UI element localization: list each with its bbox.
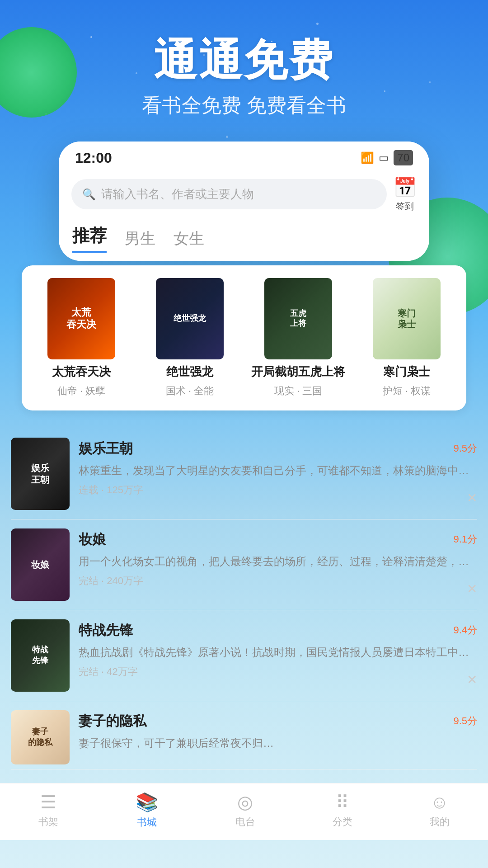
book-tags-4: 护短 · 权谋 <box>383 384 431 398</box>
checkin-icon: 📅 <box>393 176 417 198</box>
list-title-3: 特战先锋 <box>79 621 133 640</box>
radio-label: 电台 <box>235 815 255 829</box>
category-icon: ⠿ <box>336 792 349 812</box>
signal-icon: ▭ <box>379 151 389 164</box>
book-tags-2: 国术 · 全能 <box>166 384 214 398</box>
list-header-4: 妻子的隐私 9.5分 <box>79 712 477 731</box>
shelf-label: 书架 <box>38 815 58 829</box>
book-cover-img-3: 五虎上将 <box>264 278 332 359</box>
list-item-1[interactable]: 娱乐王朝 娱乐王朝 9.5分 林策重生，发现当了大明星的女友要和自己分手，可谁都… <box>11 429 477 519</box>
list-score-2: 9.1分 <box>453 530 477 546</box>
bookstore-label: 书城 <box>137 816 157 829</box>
search-icon: 🔍 <box>82 188 96 201</box>
list-desc-3: 热血抗战剧《特战先锋》原著小说！抗战时期，国民党情报人员屡遭日本特工中… <box>79 644 477 660</box>
list-cover-4: 妻子的隐私 <box>11 710 70 764</box>
nav-tabs: 推荐 男生 女生 <box>59 220 429 261</box>
status-icons: 📶 ▭ 70 <box>361 150 413 165</box>
list-score-3: 9.4分 <box>453 621 477 637</box>
wifi-icon: 📶 <box>361 151 374 164</box>
nav-shelf[interactable]: ☰ 书架 <box>38 792 58 829</box>
battery-icon: 70 <box>394 150 413 165</box>
book-cover-img-2: 绝世强龙 <box>156 278 224 359</box>
featured-book-1[interactable]: 太荒吞天决 太荒吞天决 仙帝 · 妖孽 <box>31 278 132 398</box>
search-placeholder-text: 请输入书名、作者或主要人物 <box>101 186 254 202</box>
hero-subtitle: 看书全免费 免费看全书 <box>18 92 470 119</box>
bookstore-icon: 📚 <box>136 792 158 813</box>
list-meta-3: 完结 · 42万字 <box>79 665 477 679</box>
list-title-4: 妻子的隐私 <box>79 712 146 731</box>
book-title-3: 开局截胡五虎上将 <box>251 364 345 380</box>
tab-female[interactable]: 女生 <box>174 228 204 253</box>
list-header-3: 特战先锋 9.4分 <box>79 621 477 640</box>
bottom-nav: ☰ 书架 📚 书城 ◎ 电台 ⠿ 分类 ☺ 我的 <box>0 783 488 840</box>
hero-section: 通通免费 看书全免费 免费看全书 12:00 📶 ▭ 70 🔍 请输入书名、作者… <box>0 0 488 279</box>
book-cover-3: 五虎上将 <box>264 278 332 359</box>
list-info-4: 妻子的隐私 9.5分 妻子很保守，可干了兼职后经常夜不归… <box>79 710 477 751</box>
shelf-icon: ☰ <box>40 792 56 812</box>
status-bar: 12:00 📶 ▭ 70 <box>59 142 429 171</box>
list-info-1: 娱乐王朝 9.5分 林策重生，发现当了大明星的女友要和自己分手，可谁都不知道，林… <box>79 438 477 497</box>
book-title-2: 绝世强龙 <box>166 364 213 380</box>
search-area: 🔍 请输入书名、作者或主要人物 📅 签到 <box>59 171 429 220</box>
list-meta-1: 连载 · 125万字 <box>79 483 477 497</box>
book-cover-img-1: 太荒吞天决 <box>47 278 115 359</box>
book-list: 娱乐王朝 娱乐王朝 9.5分 林策重生，发现当了大明星的女友要和自己分手，可谁都… <box>0 420 488 778</box>
featured-book-2[interactable]: 绝世强龙 绝世强龙 国术 · 全能 <box>139 278 240 398</box>
close-btn-2[interactable]: ✕ <box>467 581 477 596</box>
nav-category[interactable]: ⠿ 分类 <box>333 792 352 829</box>
list-item-3[interactable]: 特战先锋 特战先锋 9.4分 热血抗战剧《特战先锋》原著小说！抗战时期，国民党情… <box>11 610 477 701</box>
close-btn-3[interactable]: ✕ <box>467 672 477 687</box>
checkin-button[interactable]: 📅 签到 <box>393 176 417 212</box>
checkin-label: 签到 <box>396 200 414 212</box>
book-title-4: 寒门枭士 <box>383 364 430 380</box>
featured-book-3[interactable]: 五虎上将 开局截胡五虎上将 现实 · 三国 <box>248 278 349 398</box>
list-desc-2: 用一个火化场女工的视角，把人最终要去的场所，经历、过程，诠释清清楚楚，… <box>79 553 477 570</box>
tab-male[interactable]: 男生 <box>125 228 155 253</box>
radio-icon: ◎ <box>237 792 253 812</box>
list-item-2[interactable]: 妆娘 妆娘 9.1分 用一个火化场女工的视角，把人最终要去的场所，经历、过程，诠… <box>11 519 477 610</box>
search-box[interactable]: 🔍 请输入书名、作者或主要人物 <box>71 179 387 209</box>
phone-mockup: 12:00 📶 ▭ 70 🔍 请输入书名、作者或主要人物 📅 签到 <box>59 142 429 261</box>
list-title-2: 妆娘 <box>79 530 106 549</box>
tab-recommend[interactable]: 推荐 <box>72 224 107 253</box>
list-meta-2: 完结 · 240万字 <box>79 574 477 588</box>
list-header-2: 妆娘 9.1分 <box>79 530 477 549</box>
book-cover-img-4: 寒门枭士 <box>373 278 441 359</box>
list-desc-1: 林策重生，发现当了大明星的女友要和自己分手，可谁都不知道，林策的脑海中… <box>79 462 477 479</box>
list-score-4: 9.5分 <box>453 712 477 728</box>
list-desc-4: 妻子很保守，可干了兼职后经常夜不归… <box>79 735 477 751</box>
list-info-3: 特战先锋 9.4分 热血抗战剧《特战先锋》原著小说！抗战时期，国民党情报人员屡遭… <box>79 619 477 679</box>
book-cover-1: 太荒吞天决 <box>47 278 115 359</box>
featured-books-panel: 太荒吞天决 太荒吞天决 仙帝 · 妖孽 绝世强龙 绝世强龙 国术 · 全能 <box>22 265 466 410</box>
close-btn-1[interactable]: ✕ <box>467 491 477 505</box>
profile-icon: ☺ <box>430 792 449 812</box>
nav-radio[interactable]: ◎ 电台 <box>235 792 255 829</box>
featured-book-4[interactable]: 寒门枭士 寒门枭士 护短 · 权谋 <box>356 278 457 398</box>
nav-profile[interactable]: ☺ 我的 <box>430 792 450 829</box>
book-tags-3: 现实 · 三国 <box>274 384 322 398</box>
status-time: 12:00 <box>75 150 112 166</box>
list-info-2: 妆娘 9.1分 用一个火化场女工的视角，把人最终要去的场所，经历、过程，诠释清清… <box>79 528 477 588</box>
list-cover-1: 娱乐王朝 <box>11 438 70 510</box>
list-cover-3: 特战先锋 <box>11 619 70 692</box>
list-header-1: 娱乐王朝 9.5分 <box>79 439 477 458</box>
category-label: 分类 <box>333 815 352 829</box>
list-cover-2: 妆娘 <box>11 528 70 601</box>
list-score-1: 9.5分 <box>453 439 477 455</box>
featured-books-grid: 太荒吞天决 太荒吞天决 仙帝 · 妖孽 绝世强龙 绝世强龙 国术 · 全能 <box>31 278 457 398</box>
nav-bookstore[interactable]: 📚 书城 <box>136 792 158 829</box>
list-item-4[interactable]: 妻子的隐私 妻子的隐私 9.5分 妻子很保守，可干了兼职后经常夜不归… <box>11 701 477 769</box>
book-tags-1: 仙帝 · 妖孽 <box>57 384 105 398</box>
book-cover-2: 绝世强龙 <box>156 278 224 359</box>
profile-label: 我的 <box>430 815 450 829</box>
book-title-1: 太荒吞天决 <box>52 364 111 380</box>
list-title-1: 娱乐王朝 <box>79 439 133 458</box>
hero-title: 通通免费 <box>18 36 470 84</box>
book-cover-4: 寒门枭士 <box>373 278 441 359</box>
